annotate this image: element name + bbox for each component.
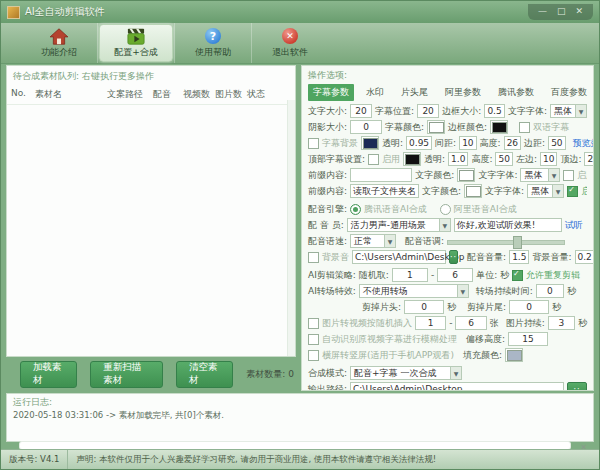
- prefix2-color-select[interactable]: [464, 184, 482, 198]
- image-duration-input[interactable]: 3: [548, 316, 575, 330]
- output-browse-button[interactable]: [567, 382, 587, 391]
- top-subtitle-color-select[interactable]: [403, 152, 421, 166]
- allow-repeat-checkbox[interactable]: [512, 270, 523, 281]
- maximize-button[interactable]: □: [557, 7, 566, 16]
- slider-thumb[interactable]: [513, 236, 522, 249]
- random-max-input[interactable]: 6: [437, 268, 473, 282]
- tab-baidu-params[interactable]: 百度参数: [546, 84, 592, 101]
- font-family-select[interactable]: 黑体: [550, 104, 587, 118]
- bgm-volume-input[interactable]: 0.2: [575, 250, 594, 264]
- tab-ali-params[interactable]: 阿里参数: [440, 84, 486, 101]
- voice-speed-select[interactable]: 正常: [350, 234, 396, 248]
- queue-column-headers: No. 素材名 文案路径 配音 视频数 图片数 状态: [7, 85, 295, 105]
- bgm-browse-button[interactable]: [449, 250, 458, 264]
- engine-ali-radio[interactable]: [440, 204, 451, 215]
- top-subtitle-enable-checkbox[interactable]: [368, 154, 379, 165]
- minimize-button[interactable]: —: [538, 7, 547, 16]
- subtitle-color-select[interactable]: [427, 120, 445, 134]
- shadow-size-input[interactable]: 0: [350, 120, 382, 134]
- tab-watermark[interactable]: 水印: [361, 84, 389, 101]
- bg-gap-input[interactable]: 10: [459, 136, 476, 150]
- subtitle-pos-input[interactable]: 20: [417, 104, 439, 118]
- prefix2-enable-checkbox[interactable]: [567, 186, 578, 197]
- prefix-input[interactable]: [350, 168, 412, 182]
- queue-list-empty[interactable]: [7, 105, 295, 356]
- fill-color-label: 填充颜色:: [463, 349, 502, 362]
- subtitle-bg-color-select[interactable]: [361, 136, 379, 150]
- tab-intro-outro[interactable]: 片头尾: [396, 84, 433, 101]
- top-margin-label: 顶边:: [560, 153, 581, 166]
- bilingual-subtitle-checkbox[interactable]: [519, 122, 530, 133]
- font-size-input[interactable]: 20: [350, 104, 372, 118]
- image-max-input[interactable]: 6: [455, 316, 486, 330]
- prefix-color-select[interactable]: [457, 168, 475, 182]
- options-panel: 操作选项: 字幕参数 水印 片头尾 阿里参数 腾讯参数 百度参数 翻译API 文…: [301, 65, 594, 391]
- shadow-size-label: 阴影大小:: [308, 121, 347, 134]
- offset-height-input[interactable]: 15: [508, 332, 548, 346]
- bgm-path-input[interactable]: C:\Users\Admin\Desktop: [352, 250, 446, 264]
- engine-tencent-radio[interactable]: [350, 204, 361, 215]
- rescan-material-button[interactable]: 重新扫描素材: [90, 361, 163, 388]
- chevron-down-icon: [552, 185, 563, 197]
- load-material-button[interactable]: 加载素材: [20, 361, 77, 388]
- bgm-checkbox[interactable]: [308, 252, 319, 263]
- material-count: 素材数量: 0: [246, 368, 296, 381]
- toolbar-intro-button[interactable]: 功能介绍: [23, 25, 95, 61]
- top-left-label: 左边:: [516, 153, 537, 166]
- output-path-input[interactable]: C:\Users\Admin\Desktop: [350, 382, 564, 391]
- voice-volume-input[interactable]: 1.5: [509, 250, 529, 264]
- material-queue-panel: 待合成素材队列: 右键执行更多操作 No. 素材名 文案路径 配音 视频数 图片…: [6, 65, 296, 357]
- chevron-down-icon: [575, 105, 586, 117]
- toolbar-help-button[interactable]: ? 使用帮助: [177, 25, 249, 61]
- border-color-select[interactable]: [490, 120, 508, 134]
- blur-subtitle-checkbox[interactable]: [308, 334, 319, 345]
- transition-select[interactable]: 不使用转场: [359, 284, 469, 298]
- toolbar-intro-label: 功能介绍: [41, 46, 77, 59]
- top-height-input[interactable]: 50: [495, 152, 512, 166]
- toolbar-help-label: 使用帮助: [195, 46, 231, 59]
- bg-margin-input[interactable]: 50: [548, 136, 565, 150]
- prefix-font-select[interactable]: 黑体: [520, 168, 560, 182]
- row-image-insert: 图片转视频按随机插入 1 - 6 张 图片持续: 3 秒: [308, 316, 587, 330]
- image-min-input[interactable]: 1: [415, 316, 446, 330]
- clear-material-button[interactable]: 清空素材: [176, 361, 233, 388]
- tab-tencent-params[interactable]: 腾讯参数: [493, 84, 539, 101]
- toolbar-config-button[interactable]: 配置+合成: [99, 24, 173, 62]
- prefix2-label: 前缀内容:: [308, 185, 347, 198]
- top-left-input[interactable]: 10: [540, 152, 557, 166]
- voice-actor-select[interactable]: 活力男声-通用场景: [347, 218, 451, 232]
- top-alpha-input[interactable]: 1.0: [448, 152, 468, 166]
- toolbar-exit-button[interactable]: ✕ 退出软件: [254, 25, 326, 61]
- version-label: 版本号: V4.1: [1, 450, 68, 469]
- row-top-subtitle: 顶部字幕设置: 启用 透明: 1.0 高度: 50 左边: 10 顶边: 20: [308, 152, 587, 166]
- output-path-label: 输出路径:: [308, 383, 347, 392]
- queue-scrollbar[interactable]: [287, 100, 295, 356]
- audition-link[interactable]: 试听: [565, 219, 583, 232]
- subtitle-bg-checkbox[interactable]: [308, 138, 319, 149]
- rotate-portrait-checkbox[interactable]: [308, 350, 319, 361]
- border-size-input[interactable]: 0.5: [484, 104, 505, 118]
- prefix-label: 前缀内容:: [308, 169, 347, 182]
- cut-head-input[interactable]: 0: [404, 300, 444, 314]
- prefix2-input[interactable]: 读取子文件夹名: [350, 184, 419, 198]
- bg-alpha-input[interactable]: 0.95: [406, 136, 432, 150]
- random-min-input[interactable]: 1: [392, 268, 428, 282]
- top-margin-input[interactable]: 20: [584, 152, 594, 166]
- fill-color-select[interactable]: [505, 348, 523, 362]
- synthesis-mode-select[interactable]: 配音+字幕 一次合成: [350, 366, 462, 380]
- preview-effect-link[interactable]: 预览效果: [573, 137, 594, 150]
- tab-subtitle-params[interactable]: 字幕参数: [308, 84, 354, 101]
- prefix-enable-checkbox[interactable]: [563, 170, 574, 181]
- cut-tail-input[interactable]: 0: [509, 300, 549, 314]
- row-subtitle-bg: 字幕背景 透明: 0.95 间距: 10 高度: 26 边距: 50 预览效果: [308, 136, 587, 150]
- voice-tone-slider[interactable]: [447, 235, 565, 247]
- prefix2-font-value: 黑体: [528, 185, 552, 198]
- bg-height-input[interactable]: 26: [504, 136, 521, 150]
- audition-text-input[interactable]: 你好,欢迎试听效果!: [454, 218, 562, 232]
- transition-duration-input[interactable]: 0: [536, 284, 564, 298]
- text-color-label: 文字颜色:: [422, 185, 461, 198]
- seconds-label: 秒: [567, 285, 576, 298]
- prefix2-font-select[interactable]: 黑体: [527, 184, 564, 198]
- image-insert-checkbox[interactable]: [308, 318, 319, 329]
- close-button[interactable]: ✕: [575, 7, 583, 16]
